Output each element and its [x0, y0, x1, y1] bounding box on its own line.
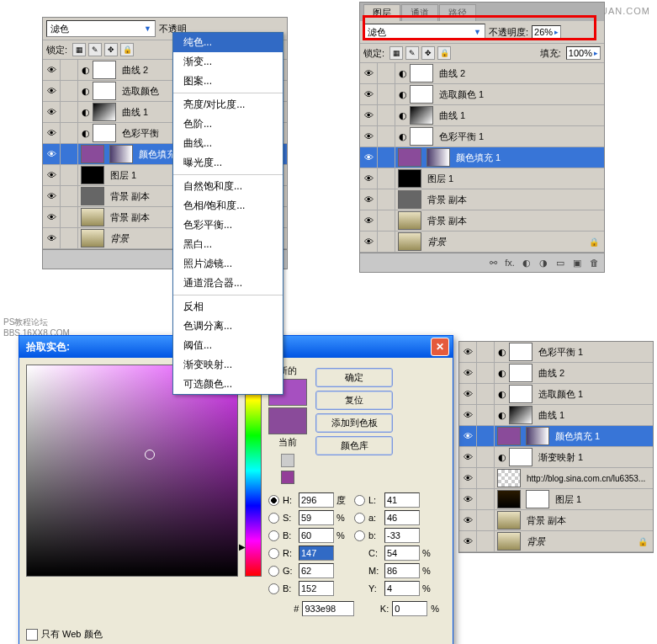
visibility-icon[interactable]: 👁: [43, 186, 61, 206]
layer-row[interactable]: 👁◐曲线 2: [360, 63, 604, 84]
fill-label: 填充:: [540, 47, 561, 60]
tab-channels[interactable]: 通道: [401, 4, 438, 21]
layer-row[interactable]: 👁◐曲线 1: [459, 405, 653, 426]
menu-gradmap[interactable]: 渐变映射...: [173, 355, 283, 375]
menu-blackwhite[interactable]: 黑白...: [173, 235, 283, 254]
layer-row[interactable]: 👁http://blog.sina.com.cn/lu6353...: [459, 468, 653, 489]
menu-curves[interactable]: 曲线...: [173, 134, 283, 153]
a-input[interactable]: [384, 510, 420, 525]
color-marker: [145, 450, 155, 460]
layer-row[interactable]: 👁颜色填充 1: [360, 147, 604, 168]
visibility-icon[interactable]: 👁: [43, 102, 61, 122]
radio-lab-b[interactable]: [354, 530, 365, 541]
menu-hue[interactable]: 色相/饱和度...: [173, 196, 283, 216]
visibility-icon[interactable]: 👁: [43, 228, 61, 248]
radio-bl[interactable]: [268, 583, 279, 594]
lock-all-icon[interactable]: 🔒: [120, 43, 134, 56]
menu-gradient[interactable]: 渐变...: [173, 52, 283, 72]
visibility-icon[interactable]: 👁: [43, 165, 61, 185]
layer-row[interactable]: 👁背景 副本: [360, 189, 604, 210]
blend-mode-select[interactable]: 滤色▼: [363, 24, 485, 40]
visibility-icon[interactable]: 👁: [43, 123, 61, 143]
hue-slider[interactable]: ▶: [245, 365, 262, 577]
menu-levels[interactable]: 色阶...: [173, 114, 283, 134]
radio-h[interactable]: [268, 495, 279, 506]
color-field[interactable]: [26, 365, 238, 577]
menu-colorbalance[interactable]: 色彩平衡...: [173, 216, 283, 235]
s-input[interactable]: [299, 510, 334, 525]
layer-row[interactable]: 👁◐曲线 2: [459, 363, 653, 384]
ok-button[interactable]: 确定: [315, 368, 393, 387]
radio-a[interactable]: [354, 513, 365, 524]
layer-row[interactable]: 👁◐色彩平衡 1: [459, 342, 653, 363]
lock-transparent-icon[interactable]: ▦: [72, 43, 86, 56]
web-only-checkbox[interactable]: [26, 629, 38, 641]
layer-row[interactable]: 👁背景 副本: [459, 510, 653, 531]
menu-invert[interactable]: 反相: [173, 297, 283, 317]
y-input[interactable]: [384, 581, 420, 596]
menu-photofilter[interactable]: 照片滤镜...: [173, 254, 283, 274]
current-color-swatch: [268, 407, 307, 434]
c-input[interactable]: [384, 546, 420, 561]
visibility-icon[interactable]: 👁: [43, 144, 61, 164]
menu-posterize[interactable]: 色调分离...: [173, 317, 283, 336]
k-input[interactable]: [392, 601, 427, 616]
h-input[interactable]: [299, 492, 334, 508]
menu-pattern[interactable]: 图案...: [173, 72, 283, 91]
lock-paint-icon[interactable]: ✎: [88, 43, 102, 56]
bl-input[interactable]: [299, 581, 334, 596]
menu-channelmixer[interactable]: 通道混合器...: [173, 274, 283, 293]
lab-b-input[interactable]: [384, 528, 420, 543]
layer-row[interactable]: 👁◐选取颜色 1: [459, 384, 653, 405]
layer-row[interactable]: 👁颜色填充 1: [459, 426, 653, 447]
layer-row[interactable]: 👁背景🔒: [360, 232, 604, 253]
fill-value[interactable]: 100%▸: [566, 46, 601, 60]
tab-paths[interactable]: 路径: [439, 4, 476, 21]
layer-row[interactable]: 👁背景🔒: [459, 531, 653, 552]
add-swatch-button[interactable]: 添加到色板: [315, 413, 393, 433]
radio-l[interactable]: [354, 495, 365, 506]
menu-solid-color[interactable]: 纯色...: [173, 33, 283, 52]
layer-row[interactable]: 👁图层 1: [459, 489, 653, 510]
menu-vibrance[interactable]: 自然饱和度...: [173, 177, 283, 196]
radio-r[interactable]: [268, 548, 279, 559]
cancel-button[interactable]: 复位: [315, 391, 393, 410]
visibility-icon[interactable]: 👁: [43, 207, 61, 227]
color-lib-button[interactable]: 颜色库: [315, 436, 393, 455]
mini-swatch[interactable]: [281, 471, 294, 484]
layer-row[interactable]: 👁◐渐变映射 1: [459, 447, 653, 468]
current-color-label: 当前: [278, 436, 297, 449]
b-input[interactable]: [299, 528, 334, 543]
lock-label: 锁定:: [363, 47, 384, 60]
dropdown-icon: ▼: [474, 28, 481, 36]
l-input[interactable]: [384, 492, 420, 508]
dialog-title: 拾取实色:: [26, 340, 70, 354]
m-input[interactable]: [384, 563, 420, 578]
r-input[interactable]: [299, 546, 334, 561]
lock-move-icon[interactable]: ✥: [104, 43, 118, 56]
adjustment-menu: 纯色... 渐变... 图案... 亮度/对比度... 色阶... 曲线... …: [172, 32, 283, 395]
layer-row[interactable]: 👁◐色彩平衡 1: [360, 126, 604, 147]
lock-icons: ▦✎✥🔒: [72, 43, 134, 56]
opacity-value[interactable]: 26%▸: [532, 25, 561, 39]
radio-g[interactable]: [268, 566, 279, 577]
hex-input[interactable]: [302, 601, 354, 616]
dropdown-icon: ▼: [144, 24, 151, 33]
cube-icon[interactable]: [281, 454, 294, 467]
g-input[interactable]: [299, 563, 334, 578]
menu-selcolor[interactable]: 可选颜色...: [173, 375, 283, 394]
visibility-icon[interactable]: 👁: [43, 60, 61, 80]
tab-layers[interactable]: 图层: [363, 4, 400, 21]
visibility-icon[interactable]: 👁: [43, 81, 61, 101]
close-icon[interactable]: ✕: [431, 338, 449, 356]
layer-row[interactable]: 👁◐选取颜色 1: [360, 84, 604, 105]
menu-threshold[interactable]: 阈值...: [173, 336, 283, 355]
radio-s[interactable]: [268, 513, 279, 524]
layer-row[interactable]: 👁图层 1: [360, 168, 604, 189]
menu-brightness[interactable]: 亮度/对比度...: [173, 95, 283, 114]
menu-exposure[interactable]: 曝光度...: [173, 153, 283, 173]
layer-row[interactable]: 👁◐曲线 1: [360, 105, 604, 126]
layer-row[interactable]: 👁背景 副本: [360, 210, 604, 232]
radio-b[interactable]: [268, 530, 279, 541]
blend-mode-select-left[interactable]: 滤色▼: [46, 20, 156, 37]
